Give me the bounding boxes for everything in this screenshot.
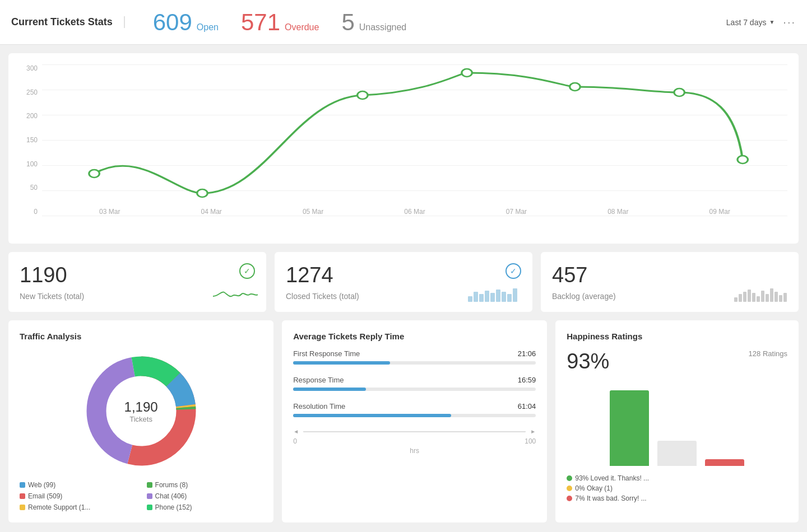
y-label-300: 300 bbox=[26, 64, 38, 72]
chart-section: 300 250 200 150 100 50 0 bbox=[8, 53, 799, 244]
svg-rect-24 bbox=[770, 288, 773, 302]
slider-container: ◄ ► 0 100 hrs bbox=[293, 428, 536, 455]
check-circle-blue-icon: ✓ bbox=[505, 263, 521, 279]
first-response-time-label: First Response Time bbox=[293, 349, 360, 358]
x-label-07mar: 07 Mar bbox=[506, 208, 527, 216]
slider-min-label: 0 bbox=[293, 437, 297, 445]
page-title: Current Tickets Stats bbox=[11, 16, 125, 28]
bottom-sections: Traffic Analysis bbox=[8, 320, 799, 522]
closed-tickets-card: 1274 Closed Tickets (total) ✓ bbox=[275, 252, 532, 312]
x-label-06mar: 06 Mar bbox=[404, 208, 425, 216]
svg-rect-22 bbox=[761, 291, 764, 302]
svg-rect-26 bbox=[779, 295, 782, 302]
svg-rect-9 bbox=[479, 294, 484, 302]
resolution-time-label: Resolution Time bbox=[293, 402, 345, 410]
svg-point-0 bbox=[89, 170, 100, 178]
chart-container: 300 250 200 150 100 50 0 bbox=[20, 64, 787, 232]
svg-rect-18 bbox=[743, 292, 746, 302]
first-response-time-header: First Response Time 21:06 bbox=[293, 349, 536, 358]
slider-unit-label: hrs bbox=[293, 447, 536, 455]
resolution-time-bar-fill bbox=[293, 414, 451, 417]
legend-item-chat: Chat (406) bbox=[147, 492, 263, 500]
happiness-ratings-card: Happiness Ratings 93% 128 Ratings 93% Lo… bbox=[555, 320, 799, 522]
x-label-04mar: 04 Mar bbox=[201, 208, 221, 216]
date-range-selector[interactable]: Last 7 days ▼ bbox=[726, 18, 775, 27]
resolution-time-header: Resolution Time 61:04 bbox=[293, 402, 536, 410]
svg-point-1 bbox=[197, 189, 208, 197]
closed-tickets-check-icon: ✓ bbox=[505, 263, 521, 279]
response-time-value: 16:59 bbox=[518, 376, 536, 384]
happiness-dot-loved bbox=[567, 475, 572, 481]
new-tickets-check-icon: ✓ bbox=[239, 263, 255, 279]
closed-tickets-mini-chart bbox=[468, 286, 524, 304]
happiness-legend-bad: 7% It was bad. Sorry! ... bbox=[567, 494, 787, 502]
svg-rect-12 bbox=[496, 290, 500, 302]
date-range-label: Last 7 days bbox=[726, 18, 767, 27]
y-label-50: 50 bbox=[30, 184, 38, 192]
open-label: Open bbox=[197, 22, 219, 32]
legend-dot-chat bbox=[147, 493, 152, 499]
trend-line-svg bbox=[42, 64, 787, 216]
legend-item-web: Web (99) bbox=[20, 481, 136, 489]
ratings-count: 128 Ratings bbox=[749, 349, 787, 358]
dashboard: Current Tickets Stats 609 Open 571 Overd… bbox=[0, 0, 807, 532]
more-options-button[interactable]: ··· bbox=[783, 16, 796, 29]
slider-labels: 0 100 bbox=[293, 437, 536, 445]
svg-rect-14 bbox=[507, 294, 512, 302]
response-time-bar-fill bbox=[293, 388, 366, 391]
legend-label-remote: Remote Support (1... bbox=[28, 503, 90, 511]
resolution-time-bar-bg bbox=[293, 414, 536, 417]
svg-point-4 bbox=[570, 83, 581, 91]
happiness-bar-good bbox=[610, 390, 649, 466]
legend-label-phone: Phone (152) bbox=[155, 503, 192, 511]
y-label-250: 250 bbox=[26, 88, 38, 96]
legend-dot-forums bbox=[147, 482, 152, 488]
traffic-analysis-title: Traffic Analysis bbox=[20, 332, 262, 341]
happiness-label-okay: 0% Okay (1) bbox=[575, 484, 613, 492]
legend-item-phone: Phone (152) bbox=[147, 503, 263, 511]
x-label-08mar: 08 Mar bbox=[607, 208, 628, 216]
legend-label-email: Email (509) bbox=[28, 492, 62, 500]
x-label-05mar: 05 Mar bbox=[303, 208, 323, 216]
overdue-count: 571 bbox=[241, 9, 280, 36]
svg-point-5 bbox=[674, 88, 685, 96]
resolution-time-value: 61:04 bbox=[518, 402, 536, 410]
x-axis: 03 Mar 04 Mar 05 Mar 06 Mar 07 Mar 08 Ma… bbox=[42, 208, 787, 216]
legend-dot-web bbox=[20, 482, 25, 488]
traffic-analysis-card: Traffic Analysis bbox=[8, 320, 273, 522]
legend-item-forums: Forums (8) bbox=[147, 481, 263, 489]
svg-rect-7 bbox=[468, 296, 472, 302]
happiness-legend-loved: 93% Loved it. Thanks! ... bbox=[567, 474, 787, 482]
donut-center-number: 1,190 bbox=[124, 399, 158, 415]
happiness-bar-bad bbox=[705, 459, 744, 466]
svg-rect-16 bbox=[734, 297, 738, 302]
reply-time-card: Average Tickets Reply Time First Respons… bbox=[282, 320, 547, 522]
header: Current Tickets Stats 609 Open 571 Overd… bbox=[0, 0, 807, 45]
y-axis: 300 250 200 150 100 50 0 bbox=[20, 64, 42, 216]
legend-item-email: Email (509) bbox=[20, 492, 136, 500]
svg-rect-27 bbox=[783, 293, 787, 302]
open-stat: 609 Open bbox=[153, 9, 219, 36]
slider-right-arrow-icon[interactable]: ► bbox=[530, 428, 536, 435]
legend-label-web: Web (99) bbox=[28, 481, 55, 489]
first-response-time-bar-fill bbox=[293, 361, 390, 365]
first-response-time-row: First Response Time 21:06 bbox=[293, 349, 536, 365]
svg-rect-19 bbox=[748, 290, 751, 302]
donut-center: 1,190 Tickets bbox=[124, 399, 158, 423]
happiness-bar-okay bbox=[657, 441, 697, 466]
open-count: 609 bbox=[153, 9, 192, 36]
new-tickets-card: 1190 New Tickets (total) ✓ bbox=[8, 252, 266, 312]
slider-line[interactable] bbox=[303, 431, 526, 432]
donut-center-label: Tickets bbox=[124, 415, 158, 423]
stats-cards-row: 1190 New Tickets (total) ✓ 1274 Closed T… bbox=[8, 252, 799, 312]
slider-left-arrow-icon[interactable]: ◄ bbox=[293, 428, 299, 435]
svg-rect-8 bbox=[474, 292, 478, 302]
x-label-09mar: 09 Mar bbox=[709, 208, 730, 216]
backlog-card: 457 Backlog (average) bbox=[541, 252, 799, 312]
svg-rect-13 bbox=[502, 292, 506, 302]
response-time-header: Response Time 16:59 bbox=[293, 376, 536, 384]
happiness-dot-bad bbox=[567, 496, 572, 501]
donut-chart: 1,190 Tickets bbox=[85, 355, 197, 467]
closed-tickets-number: 1274 bbox=[286, 263, 521, 287]
happiness-label-loved: 93% Loved it. Thanks! ... bbox=[575, 474, 649, 482]
